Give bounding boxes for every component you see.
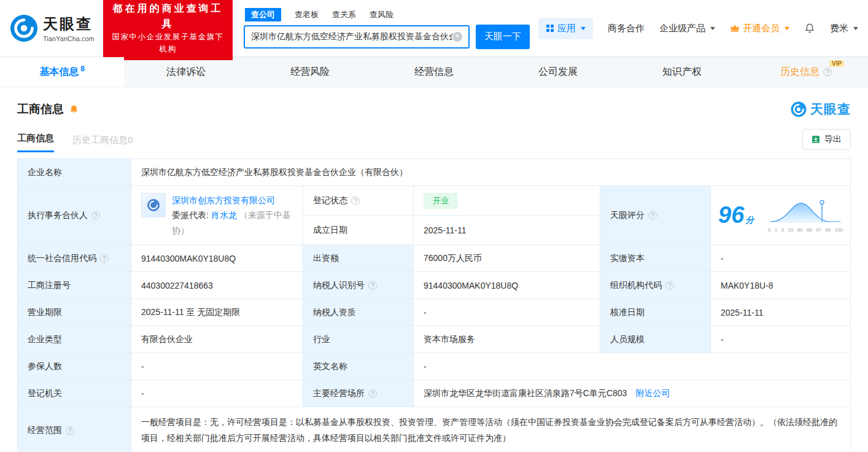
field-label: 执行事务合伙人 [18, 186, 131, 245]
export-button[interactable]: 导出 [802, 129, 851, 150]
field-label: 核准日期 [600, 299, 711, 326]
user-menu[interactable]: 费米 [830, 23, 858, 34]
business-term-value: 2025-11-11 至 无固定期限 [131, 299, 303, 326]
tab-company-development[interactable]: 公司发展 [496, 57, 620, 87]
help-icon[interactable] [91, 211, 100, 220]
field-label: 纳税人资质 [303, 299, 414, 326]
partner-logo-mark [146, 198, 161, 212]
subtab-history-business-info[interactable]: 历史工商信息0 [72, 134, 133, 152]
company-type-value: 有限合伙企业 [131, 326, 303, 353]
business-scope-value: 一般经营项目是：无，许可经营项目是：以私募基金从事股权投资、投资管理、资产管理等… [131, 407, 851, 452]
tianyancha-logo-icon [10, 14, 38, 42]
taxpayer-id-value: 91440300MAK0Y18U8Q [414, 272, 600, 299]
business-address-value: 深圳市龙华区龙华街道富康社区清泉路7号C单元C803 [424, 388, 627, 399]
help-icon[interactable] [648, 211, 657, 220]
help-icon[interactable] [100, 254, 109, 263]
tab-history-info[interactable]: VIP 历史信息 [744, 57, 868, 87]
tab-intellectual-property[interactable]: 知识产权 [620, 57, 744, 87]
table-row: 参保人数 - 英文名称 - [18, 353, 851, 380]
banner-line1: 都在用的商业查询工具 [110, 1, 225, 32]
partner-company-link[interactable]: 深圳市创东方投资有限公司 [172, 195, 275, 205]
chevron-down-icon [853, 27, 858, 30]
field-label: 天眼评分 [600, 186, 711, 245]
chevron-down-icon [581, 27, 586, 30]
field-label: 出资额 [303, 245, 414, 272]
username: 费米 [830, 23, 848, 34]
tab-operating-info[interactable]: 经营信息 [372, 57, 496, 87]
brand-name: 天眼查 [43, 14, 95, 34]
company-name-value: 深圳市亿航东方低空经济产业私募股权投资基金合伙企业（有限合伙） [131, 159, 851, 186]
table-row: 统一社会信用代码 91440300MAK0Y18U8Q 出资额 76000万人民… [18, 245, 851, 272]
watermark-text: 天眼查 [810, 101, 851, 118]
field-label: 主要经营场所 [303, 380, 414, 407]
tianyancha-logo[interactable]: 天眼查 TianYanCha.com [10, 14, 95, 42]
tab-operating-risk[interactable]: 经营风险 [248, 57, 372, 87]
field-label: 纳税人识别号 [303, 272, 414, 299]
search-tab-boss[interactable]: 查老板 [295, 9, 319, 20]
membership-label: 开通会员 [743, 23, 780, 34]
table-row: 经营范围 一般经营项目是：无，许可经营项目是：以私募基金从事股权投资、投资管理、… [18, 407, 851, 452]
search-tab-relation[interactable]: 查关系 [332, 9, 356, 20]
main-content: 工商信息 天眼查 工商信息 历史工商信息0 导出 [0, 101, 868, 452]
subtab-business-info[interactable]: 工商信息 [17, 133, 54, 152]
partner-rep-link[interactable]: 肖水龙 [211, 210, 237, 220]
insured-count-value: - [131, 353, 303, 380]
help-icon[interactable] [368, 281, 377, 290]
clear-icon[interactable] [452, 32, 462, 42]
help-icon[interactable] [823, 68, 832, 76]
field-label: 经营范围 [18, 407, 131, 452]
approval-date-value: 2025-11-11 [711, 299, 851, 326]
field-label: 组织机构代码 [600, 272, 711, 299]
help-icon[interactable] [368, 389, 377, 398]
tab-label: 知识产权 [662, 66, 702, 79]
field-label: 登记机关 [18, 380, 131, 407]
score-curve-chart: 0131550859799100 [768, 198, 843, 233]
chevron-down-icon [710, 27, 715, 30]
field-label: 人员规模 [600, 326, 711, 353]
score-cell: 96分 [711, 186, 851, 245]
english-name-value: - [414, 353, 851, 380]
notification-bell[interactable] [804, 23, 815, 34]
search-button[interactable]: 天眼一下 [476, 25, 530, 49]
search-input-box[interactable] [244, 25, 470, 49]
apps-menu[interactable]: 应用 [538, 18, 593, 39]
help-icon[interactable] [351, 197, 360, 205]
field-label: 统一社会信用代码 [18, 245, 131, 272]
tab-legal-litigation[interactable]: 法律诉讼 [124, 57, 248, 87]
credit-code-value: 91440300MAK0Y18U8Q [131, 245, 303, 272]
export-label: 导出 [824, 134, 842, 145]
search-tab-company[interactable]: 查公司 [245, 8, 281, 21]
reg-number-value: 440300227418663 [131, 272, 303, 299]
bell-icon [804, 23, 815, 34]
business-address-cell: 深圳市龙华区龙华街道富康社区清泉路7号C单元C803 附近公司 [414, 380, 851, 407]
reg-status-value: 开业 [414, 186, 600, 216]
tab-basic-info[interactable]: 基本信息 8 [0, 57, 124, 87]
rep-label: 委派代表: [172, 210, 209, 220]
company-section-tabs: 基本信息 8 法律诉讼 经营风险 经营信息 公司发展 知识产权 VIP 历史信息 [0, 56, 868, 87]
table-row: 执行事务合伙人 深圳市创东方投资有限公司 委派代表: 肖水龙 [18, 186, 851, 216]
field-label: 企业名称 [18, 159, 131, 186]
status-badge: 开业 [424, 193, 458, 209]
capital-value: 76000万人民币 [414, 245, 600, 272]
help-icon[interactable] [66, 426, 74, 435]
executive-partner-cell: 深圳市创东方投资有限公司 委派代表: 肖水龙 （来源于中基协） [131, 186, 303, 245]
alert-bell-icon[interactable] [69, 104, 79, 115]
membership-menu[interactable]: 开通会员 [730, 23, 789, 34]
paid-capital-value: - [711, 245, 851, 272]
business-cooperation-link[interactable]: 商务合作 [608, 23, 645, 34]
table-row: 企业名称 深圳市亿航东方低空经济产业私募股权投资基金合伙企业（有限合伙） [18, 159, 851, 186]
search-input[interactable] [251, 32, 452, 42]
table-row: 工商注册号 440300227418663 纳税人识别号 91440300MAK… [18, 272, 851, 299]
apps-grid-icon [546, 24, 554, 33]
business-info-table: 企业名称 深圳市亿航东方低空经济产业私募股权投资基金合伙企业（有限合伙） 执行事… [17, 158, 851, 452]
field-label: 登记状态 [303, 186, 414, 216]
enterprise-products-menu[interactable]: 企业级产品 [659, 23, 715, 34]
reg-authority-value: - [131, 380, 303, 407]
partner-logo-image [141, 193, 166, 217]
help-icon[interactable] [665, 281, 674, 290]
brand-domain: TianYanCha.com [43, 35, 95, 42]
top-nav: 应用 商务合作 企业级产品 开通会员 费米 [538, 18, 858, 39]
field-label: 工商注册号 [18, 272, 131, 299]
nearby-companies-link[interactable]: 附近公司 [635, 388, 670, 399]
search-tab-risk[interactable]: 查风险 [370, 9, 393, 20]
